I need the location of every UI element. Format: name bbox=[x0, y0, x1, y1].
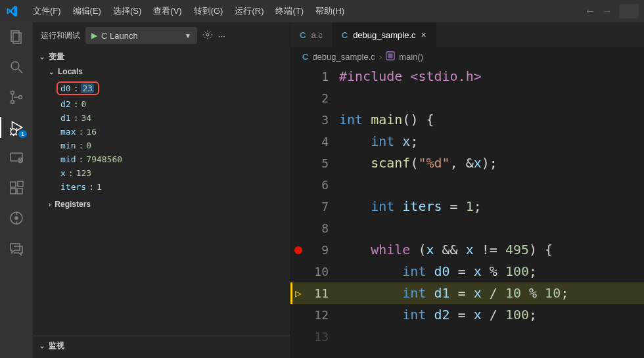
tab-debug-sample[interactable]: C debug_sample.c × bbox=[333, 22, 436, 47]
svg-point-17 bbox=[15, 217, 18, 219]
svg-rect-13 bbox=[11, 189, 16, 194]
menu-bar: 文件(F) 编辑(E) 选择(S) 查看(V) 转到(G) 运行(R) 终端(T… bbox=[28, 3, 350, 20]
breadcrumb[interactable]: C debug_sample.c › main() bbox=[290, 47, 644, 66]
explorer-icon[interactable] bbox=[7, 28, 26, 46]
sidebar-title: 运行和调试 bbox=[41, 30, 80, 41]
debug-badge: 1 bbox=[18, 130, 27, 138]
tab-label: debug_sample.c bbox=[353, 30, 415, 40]
breadcrumb-func: main() bbox=[399, 52, 423, 62]
function-icon bbox=[386, 51, 395, 62]
command-center-input[interactable] bbox=[619, 4, 639, 18]
variable-row[interactable]: d1: 34 bbox=[33, 111, 290, 125]
close-icon[interactable]: × bbox=[421, 30, 426, 40]
chevron-down-icon: ⌄ bbox=[39, 342, 45, 349]
locals-label: Locals bbox=[58, 67, 83, 76]
run-debug-icon[interactable]: 1 bbox=[7, 118, 26, 137]
svg-point-5 bbox=[11, 101, 14, 104]
variable-row[interactable]: d2: 0 bbox=[33, 97, 290, 111]
gitlens-icon[interactable] bbox=[7, 209, 26, 227]
comments-icon[interactable] bbox=[7, 239, 26, 257]
editor-tabs: C a.c C debug_sample.c × bbox=[290, 22, 644, 47]
c-file-icon: C bbox=[302, 52, 308, 62]
editor-area: C a.c C debug_sample.c × C debug_sample.… bbox=[290, 22, 644, 358]
menu-select[interactable]: 选择(S) bbox=[108, 3, 147, 20]
extensions-icon[interactable] bbox=[7, 179, 26, 197]
variables-section[interactable]: ⌄ 变量 bbox=[33, 49, 290, 65]
variable-row[interactable]: x: 123 bbox=[33, 166, 290, 180]
chevron-right-icon: › bbox=[49, 201, 51, 208]
remote-icon[interactable] bbox=[7, 148, 26, 167]
more-icon[interactable]: ··· bbox=[218, 31, 225, 41]
breakpoint-icon[interactable] bbox=[294, 246, 302, 254]
svg-point-2 bbox=[11, 62, 19, 70]
nav-forward-icon[interactable]: → bbox=[602, 5, 612, 17]
debug-sidebar: 运行和调试 ▶ C Launch ▼ ··· ⌄ 变量 ⌄ Locals d0:… bbox=[33, 22, 290, 358]
svg-rect-15 bbox=[18, 181, 23, 187]
title-bar: 文件(F) 编辑(E) 选择(S) 查看(V) 转到(G) 运行(R) 终端(T… bbox=[0, 0, 644, 22]
activity-bar: 1 bbox=[0, 22, 33, 358]
chevron-down-icon: ⌄ bbox=[49, 68, 54, 76]
registers-label: Registers bbox=[55, 200, 91, 209]
svg-rect-20 bbox=[388, 53, 393, 58]
variables-label: 变量 bbox=[49, 51, 64, 62]
search-icon[interactable] bbox=[7, 58, 26, 76]
watch-label: 监视 bbox=[49, 340, 64, 351]
menu-view[interactable]: 查看(V) bbox=[148, 3, 187, 20]
chevron-down-icon: ▼ bbox=[185, 32, 191, 39]
registers-section[interactable]: › Registers bbox=[33, 198, 290, 211]
menu-help[interactable]: 帮助(H) bbox=[310, 3, 350, 20]
svg-rect-12 bbox=[11, 182, 16, 187]
locals-section[interactable]: ⌄ Locals bbox=[33, 65, 290, 78]
launch-config-select[interactable]: ▶ C Launch ▼ bbox=[85, 27, 197, 44]
variable-row[interactable]: iters: 1 bbox=[33, 180, 290, 194]
nav-back-icon[interactable]: ← bbox=[585, 5, 595, 17]
svg-rect-14 bbox=[17, 189, 22, 194]
svg-point-18 bbox=[206, 34, 209, 36]
vscode-logo-icon bbox=[5, 5, 18, 17]
source-control-icon[interactable] bbox=[7, 88, 26, 106]
play-icon: ▶ bbox=[91, 31, 97, 40]
gear-icon[interactable] bbox=[202, 30, 213, 42]
c-file-icon: C bbox=[300, 30, 306, 40]
current-line-icon: ▷ bbox=[295, 282, 302, 304]
menu-terminal[interactable]: 终端(T) bbox=[270, 3, 309, 20]
variable-row[interactable]: d0: 23 bbox=[33, 79, 290, 97]
variable-row[interactable]: max: 16 bbox=[33, 125, 290, 139]
watch-section[interactable]: ⌄ 监视 bbox=[33, 336, 290, 358]
svg-point-4 bbox=[11, 91, 14, 95]
svg-point-6 bbox=[19, 96, 22, 99]
menu-goto[interactable]: 转到(G) bbox=[189, 3, 229, 20]
c-file-icon: C bbox=[342, 30, 348, 40]
locals-list: d0: 23d2: 0d1: 34max: 16min: 0mid: 79485… bbox=[33, 78, 290, 198]
chevron-down-icon: ⌄ bbox=[39, 53, 45, 60]
variable-row[interactable]: min: 0 bbox=[33, 139, 290, 152]
launch-config-label: C Launch bbox=[101, 31, 138, 41]
svg-point-7 bbox=[11, 129, 16, 135]
tab-a-c[interactable]: C a.c bbox=[290, 22, 333, 47]
svg-line-3 bbox=[18, 69, 22, 73]
variable-row[interactable]: mid: 7948560 bbox=[33, 152, 290, 166]
breadcrumb-file: debug_sample.c bbox=[312, 52, 375, 62]
chevron-right-icon: › bbox=[379, 52, 382, 62]
menu-run[interactable]: 运行(R) bbox=[229, 3, 269, 20]
tab-label: a.c bbox=[311, 30, 322, 40]
menu-file[interactable]: 文件(F) bbox=[28, 3, 66, 20]
code-editor[interactable]: 1#include <stdio.h> 2 3int main() { 4 in… bbox=[290, 66, 644, 358]
menu-edit[interactable]: 编辑(E) bbox=[68, 3, 106, 20]
